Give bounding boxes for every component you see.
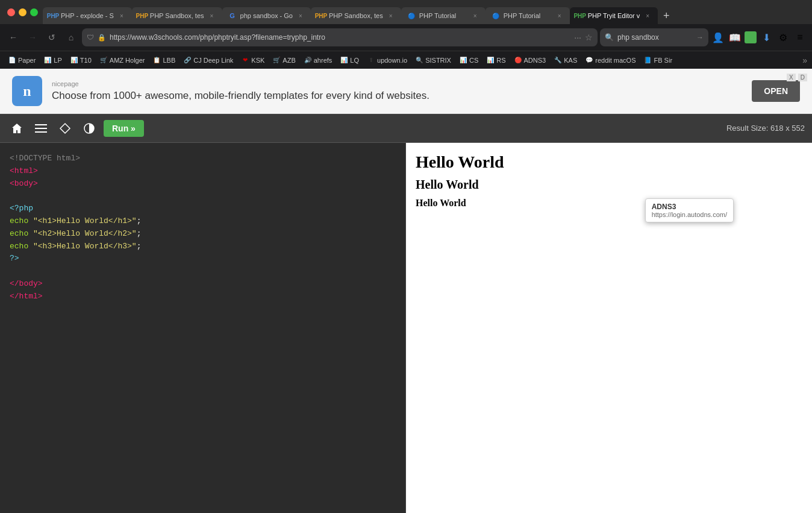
bookmark-updown[interactable]: ⬆ updown.io [364, 55, 411, 65]
home-button[interactable]: ⌂ [63, 29, 80, 46]
bookmark-ahrefs[interactable]: 🔊 ahrefs [301, 55, 336, 65]
editor-toolbar: Run » Result Size: 618 x 552 [0, 114, 812, 143]
ad-logo-text: n [23, 83, 31, 99]
bookmark-label: RS [496, 57, 505, 64]
tab-title: PHP Sandbox, tes [150, 12, 204, 19]
tab-php-tutorial-2[interactable]: 🔵 PHP Tutorial × [486, 7, 570, 24]
tab-title: PHP Tryit Editor v [588, 12, 640, 19]
forward-button[interactable]: → [24, 29, 41, 46]
tab-php-sandbox-1[interactable]: PHP PHP Sandbox, tes × [132, 7, 222, 24]
tab-close-icon[interactable]: × [117, 11, 126, 20]
tab-php-explode[interactable]: PHP PHP - explode - S × [43, 7, 132, 24]
tab-close-icon[interactable]: × [471, 11, 479, 20]
tab-close-icon[interactable]: × [296, 11, 305, 20]
tab-favicon: PHP [576, 11, 584, 20]
tag-icon[interactable] [55, 119, 75, 138]
minimize-button[interactable] [19, 8, 27, 16]
nav-icons: 👤 📖 ⬇ ⚙ ≡ [711, 30, 807, 45]
bookmark-icon: 📊 [70, 57, 78, 64]
bookmark-lp[interactable]: 📊 LP [40, 55, 65, 65]
ad-open-button[interactable]: OPEN [752, 80, 800, 102]
bookmark-label: CS [469, 57, 478, 64]
reader-icon[interactable]: 📖 [728, 30, 742, 45]
tab-php-tryit[interactable]: PHP PHP Tryit Editor v × [570, 7, 658, 24]
bookmark-label: AMZ Holger [110, 57, 145, 64]
contrast-icon[interactable] [80, 119, 99, 138]
bookmark-kas[interactable]: 🔧 KAS [551, 55, 581, 65]
tab-close-icon[interactable]: × [208, 11, 216, 20]
bookmark-icon: 🛒 [273, 57, 280, 64]
run-button[interactable]: Run » [104, 120, 144, 137]
menu-icon[interactable] [31, 119, 51, 138]
bookmark-icon[interactable]: ☆ [585, 33, 593, 42]
tab-favicon: PHP [49, 11, 57, 20]
tab-close-icon[interactable]: × [643, 11, 652, 20]
bookmark-icon: 🔗 [184, 57, 191, 64]
bookmark-cj[interactable]: 🔗 CJ Deep Link [180, 55, 237, 65]
tab-close-icon[interactable]: × [387, 11, 395, 20]
ad-close-button[interactable]: X [787, 74, 796, 81]
tab-favicon: PHP [317, 11, 325, 20]
result-h2: Hello World [416, 178, 802, 192]
ad-dismiss-button[interactable]: D [798, 74, 807, 81]
bookmark-icon: 📊 [487, 57, 494, 64]
tab-favicon: G [228, 11, 237, 20]
svg-rect-2 [35, 131, 47, 133]
maximize-button[interactable] [30, 8, 38, 16]
tab-close-icon[interactable]: × [555, 11, 564, 20]
ad-banner: n nicepage Choose from 1000+ awesome, mo… [0, 69, 812, 114]
bookmark-icon: ⬆ [367, 57, 375, 64]
bookmark-t10[interactable]: 📊 T10 [67, 55, 95, 65]
bookmark-paper[interactable]: 📄 Paper [5, 55, 39, 65]
bookmark-lq[interactable]: 📊 LQ [337, 55, 363, 65]
bookmark-icon: 🔍 [416, 57, 423, 64]
bookmark-label: AZB [283, 57, 295, 64]
menu-icon[interactable]: ≡ [793, 30, 807, 45]
bookmark-azb[interactable]: 🛒 AZB [269, 55, 299, 65]
bookmark-label: reddit macOS [595, 57, 636, 64]
bookmark-cs[interactable]: 📊 CS [456, 55, 482, 65]
ad-controls: X D [787, 74, 807, 81]
tab-php-sandbox-2[interactable]: PHP PHP Sandbox, tes × [311, 7, 401, 24]
settings-icon[interactable]: ⚙ [776, 30, 790, 45]
svg-rect-1 [35, 128, 47, 129]
bookmark-rs[interactable]: 📊 RS [483, 55, 509, 65]
lock-icon: 🔒 [98, 34, 106, 42]
download-icon[interactable]: ⬇ [759, 30, 773, 45]
bookmark-fb[interactable]: 📘 FB Sir [640, 55, 676, 65]
tab-php-tutorial-1[interactable]: 🔵 PHP Tutorial × [401, 7, 486, 24]
tooltip-popup: ADNS3 https://login.autodns.com/ [645, 198, 734, 222]
bookmark-adns3[interactable]: 🔴 ADNS3 [511, 55, 550, 65]
extension-icon[interactable] [745, 31, 757, 43]
account-icon[interactable]: 👤 [711, 30, 725, 45]
bookmark-icon: 📊 [340, 57, 348, 64]
traffic-lights [7, 8, 38, 16]
bookmark-amz[interactable]: 🛒 AMZ Holger [96, 55, 149, 65]
bookmark-ksk[interactable]: ❤ KSK [238, 55, 268, 65]
search-arrow-icon: → [696, 33, 704, 42]
url-text: https://www.w3schools.com/php/phptryit.a… [110, 33, 570, 42]
code-panel[interactable]: <!DOCTYPE html> <html> <body> <?php echo… [0, 143, 406, 513]
tab-favicon: 🔵 [492, 11, 500, 20]
refresh-button[interactable]: ↺ [43, 29, 60, 46]
home-icon[interactable] [7, 119, 27, 138]
tooltip-title: ADNS3 [652, 203, 727, 211]
bookmark-sistrix[interactable]: 🔍 SISTRIX [412, 55, 455, 65]
address-bar[interactable]: 🛡 🔒 https://www.w3schools.com/php/phptry… [82, 28, 598, 46]
bookmark-label: KAS [564, 57, 577, 64]
code-line [10, 265, 396, 278]
new-tab-button[interactable]: + [658, 7, 675, 24]
tabs-container: PHP PHP - explode - S × PHP PHP Sandbox,… [43, 0, 805, 24]
back-button[interactable]: ← [5, 29, 22, 46]
bookmarks-overflow[interactable]: » [802, 55, 807, 65]
ad-logo: n [12, 76, 42, 106]
close-button[interactable] [7, 8, 15, 16]
bookmark-icon: 💬 [586, 57, 593, 64]
tab-google-sandbox[interactable]: G php sandbox - Go × [222, 7, 311, 24]
bookmark-label: LP [54, 57, 61, 64]
bookmark-lbb[interactable]: 📋 LBB [149, 55, 179, 65]
bookmark-icon: 🔊 [304, 57, 311, 64]
bookmark-reddit[interactable]: 💬 reddit macOS [582, 55, 639, 65]
search-bar[interactable]: 🔍 php sandbox → [600, 28, 708, 46]
bookmark-label: KSK [251, 57, 264, 64]
